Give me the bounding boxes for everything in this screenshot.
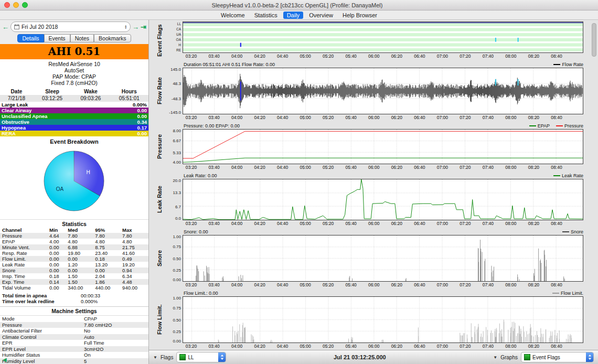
tab-details[interactable]: Details [17,34,44,42]
sidebar-scroll-left-icon[interactable]: ◀ [3,357,7,362]
time-tick-label: 07:20 [460,115,471,120]
pressure-graph[interactable]: Pressure Pressure: 0.00 EPAP: 0.00EPAPPr… [149,122,598,170]
plot-area[interactable] [183,235,583,282]
plot-area[interactable] [183,296,583,343]
stats-cell: 440.00 [94,285,121,291]
y-tick-label: -48.3 [172,97,181,101]
stats-cell: 4.64 [48,233,67,239]
event-flags-graph[interactable]: Event Flags LLCAUAOAHRE 03:2003:4004:000… [149,22,598,59]
time-tick-label: 08:20 [528,344,539,349]
y-axis-labels: 20.013.36.70.0 [163,179,183,220]
graph-legend: EPAPPressure [529,123,583,129]
plot-area[interactable] [183,68,583,114]
time-tick-label: 06:20 [391,53,402,59]
prev-day-button[interactable]: ← [2,24,9,30]
time-tick-label: 06:40 [414,115,425,120]
menu-tab-daily[interactable]: Daily [283,12,303,19]
event-rate-label: RERA [2,131,16,136]
close-button[interactable] [4,2,10,8]
setting-row: ModeCPAP [0,316,148,322]
setting-cell: EPR Level [0,346,82,352]
plot-area[interactable] [183,22,583,53]
graph-area: Event Flags LLCAUAOAHRE 03:2003:4004:000… [149,20,598,364]
stats-cell: 0.00 [48,244,67,250]
machine-info-line: Fixed 7.8 (cmH2O) [0,80,148,86]
combo-stepper-icon [218,352,226,362]
pie-slices [44,151,104,211]
legend-item: Pressure [556,123,583,129]
date-stepper-icon[interactable]: ▲▼ [124,25,127,29]
time-tick-label: 07:00 [437,165,448,170]
event-rate-row: Hypopnea0.17 [0,125,148,131]
stats-cell: 0.00 [48,267,67,273]
setting-cell: Humidity Level [0,358,82,364]
menu-tab-statistics[interactable]: Statistics [251,12,281,19]
stats-cell: 6.34 [121,273,148,279]
y-tick-label: 6.67 [173,138,181,143]
time-tick-label: 04:20 [254,221,265,226]
setting-cell: Antibacterial Filter [0,328,82,334]
time-tick-label: 08:00 [505,165,516,170]
graphs-combo[interactable]: Event Flags [521,352,594,362]
graph-legend: Flow Rate [553,62,583,67]
time-tick-label: 03:40 [208,53,219,59]
graphs-disclosure-icon[interactable]: ▼ [493,355,497,360]
time-tick-label: 05:40 [346,221,357,226]
flags-disclosure-icon[interactable]: ▼ [153,355,157,360]
time-tick-label: 08:00 [505,53,516,59]
stats-cell: 0.00 [48,256,67,262]
graph-title: Duration 05:51:01 AHI 0.51 Flow Rate: 0.… [184,62,553,67]
stats-row: Insp. Time0.181.502.046.34 [0,273,148,279]
session-value: 7/21/18 [0,95,33,102]
minimize-button[interactable] [13,2,19,8]
sidebar-tabs: DetailsEventsNotesBookmarks [0,34,148,43]
time-tick-label: 04:40 [277,53,288,59]
stats-row: EPAP4.004.804.804.80 [0,239,148,244]
y-tick-label: 0.00 [173,277,181,282]
zoom-button[interactable] [22,2,28,8]
setting-cell: Auto [82,334,148,340]
flow-limit-graph[interactable]: Flow Limit. Flow Limit.: 0.00Flow Limit.… [149,290,598,349]
latest-day-button[interactable]: ⇥ [141,24,146,30]
stats-cell: 0.14 [48,279,67,285]
setting-cell: CPAP [82,316,148,322]
flag-row-label: UA [176,33,181,36]
y-tick-label: 0.00 [173,339,181,344]
menu-tab-welcome[interactable]: Welcome [217,12,249,19]
graph-title: Flow Limit.: 0.00 [184,291,552,296]
session-table: DateSleepWakeHours 7/21/1803:12:2509:03:… [0,88,148,102]
time-tick-label: 07:20 [460,282,471,287]
leak-rate-graph[interactable]: Leak Rate Leak Rate: 0.00Leak Rate 20.01… [149,172,598,227]
date-picker[interactable]: Fri Jul 20 2018 ▲▼ [10,22,131,32]
flags-combo[interactable]: LL [176,352,226,362]
stats-cell: 41.60 [121,250,148,256]
tab-bookmarks[interactable]: Bookmarks [94,34,131,42]
stats-cell: 4.80 [94,239,121,244]
plot-area[interactable] [183,179,583,220]
stats-cell: 7.80 [67,233,94,239]
time-tick-label: 06:20 [391,165,402,170]
plot-area[interactable] [183,129,583,164]
menu-tab-help-browser[interactable]: Help Browser [339,12,381,19]
flag-row-label: OA [176,38,181,41]
flag-color-swatch [179,354,186,360]
date-navigation: ← Fri Jul 20 2018 ▲▼ → ⇥ [0,20,148,34]
time-tick-label: 05:20 [323,165,334,170]
next-day-button[interactable]: → [132,24,139,30]
time-tick-label: 04:00 [231,115,242,120]
graph-title: Leak Rate: 0.00 [184,173,553,178]
time-tick-label: 06:20 [391,115,402,120]
menu-tab-overview[interactable]: Overview [305,12,337,19]
time-tick-label: 03:20 [186,165,197,170]
tab-notes[interactable]: Notes [70,34,94,42]
tab-events[interactable]: Events [44,34,70,42]
time-tick-label: 07:40 [483,282,494,287]
graph-scrollbar[interactable] [592,23,596,57]
snore-graph[interactable]: Snore Snore: 0.00Snore 1.000.750.500.250… [149,228,598,288]
graph-label: Leak Rate [149,172,163,227]
flow-rate-graph[interactable]: Flow Rate Duration 05:51:01 AHI 0.51 Flo… [149,61,598,121]
machine-info-line: ResMed AirSense 10 [0,61,148,67]
event-rate-row: Obstructive0.34 [0,119,148,125]
stats-cell: Exp. Time [0,279,48,285]
pie-title: Event Breakdown [0,138,148,145]
